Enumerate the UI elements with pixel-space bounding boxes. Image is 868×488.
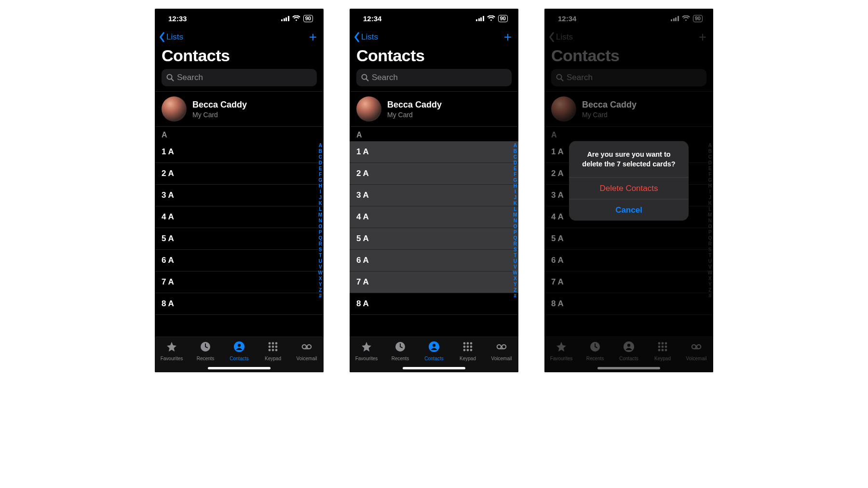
tab-favourites[interactable]: Favourites (351, 341, 382, 361)
contact-row[interactable]: 4 A (350, 206, 518, 228)
letter-index-item[interactable]: # (319, 293, 322, 299)
letter-index-item[interactable]: S (514, 247, 517, 253)
contact-row[interactable]: 7 A (155, 271, 324, 293)
letter-index-item[interactable]: L (514, 206, 516, 212)
my-card[interactable]: Becca Caddy My Card (155, 92, 324, 126)
letter-index-item[interactable]: O (318, 224, 322, 230)
back-button[interactable]: Lists (159, 32, 183, 42)
tab-voicemail[interactable]: Voicemail (486, 341, 517, 361)
letter-index-item[interactable]: V (319, 264, 322, 270)
letter-index-item[interactable]: F (319, 172, 322, 177)
letter-index-item[interactable]: G (513, 177, 517, 183)
letter-index-item[interactable]: S (319, 247, 322, 253)
phone-screen: 12:33 90 Lists +Contacts Search Becca Ca… (155, 9, 324, 372)
letter-index-item[interactable]: X (514, 276, 517, 282)
contact-row[interactable]: 5 A (350, 228, 518, 250)
contact-row[interactable]: 2 A (350, 163, 518, 185)
letter-index-item[interactable]: U (319, 258, 322, 264)
contact-row[interactable]: 6 A (350, 250, 518, 271)
tab-recents[interactable]: Recents (190, 341, 221, 361)
contact-row[interactable]: 8 A (155, 293, 324, 315)
letter-index[interactable]: ABCDEFGHIJKLMNOPQRSTUVWXYZ# (513, 143, 517, 299)
section-header: A (350, 127, 518, 141)
letter-index-item[interactable]: Q (513, 235, 517, 241)
status-right: 90 (476, 15, 508, 22)
letter-index-item[interactable]: D (514, 160, 517, 166)
letter-index-item[interactable]: T (514, 253, 516, 258)
letter-index-item[interactable]: V (514, 264, 517, 270)
letter-index-item[interactable]: K (514, 201, 517, 206)
letter-index-item[interactable]: L (319, 206, 322, 212)
tab-label: Contacts (230, 356, 248, 361)
letter-index-item[interactable]: B (319, 149, 322, 154)
letter-index-item[interactable]: K (319, 201, 322, 206)
letter-index-item[interactable]: A (514, 143, 517, 149)
letter-index-item[interactable]: Q (318, 235, 322, 241)
letter-index-item[interactable]: E (319, 166, 322, 172)
letter-index-item[interactable]: C (319, 154, 322, 160)
letter-index-item[interactable]: W (513, 270, 517, 276)
letter-index-item[interactable]: # (514, 293, 516, 299)
letter-index-item[interactable]: Y (319, 282, 322, 287)
star-icon (166, 341, 177, 354)
letter-index-item[interactable]: I (320, 189, 321, 195)
add-button[interactable]: + (309, 30, 317, 44)
tab-favourites[interactable]: Favourites (156, 341, 187, 361)
contact-row[interactable]: 4 A (155, 206, 324, 228)
letter-index-item[interactable]: R (514, 241, 517, 247)
letter-index-item[interactable]: M (513, 212, 517, 218)
tab-contacts[interactable]: Contacts (419, 341, 449, 361)
delete-contacts-button[interactable]: Delete Contacts (569, 178, 689, 200)
letter-index-item[interactable]: N (319, 218, 322, 224)
search-input[interactable]: Search (162, 69, 317, 86)
letter-index-item[interactable]: I (515, 189, 516, 195)
back-button[interactable]: Lists (353, 32, 378, 42)
contact-row[interactable]: 7 A (350, 271, 518, 293)
letter-index-item[interactable]: X (319, 276, 322, 282)
tab-keypad[interactable]: Keypad (258, 341, 288, 361)
letter-index-item[interactable]: R (319, 241, 322, 247)
letter-index-item[interactable]: O (513, 224, 517, 230)
letter-index-item[interactable]: H (319, 183, 322, 189)
contact-row[interactable]: 8 A (350, 293, 518, 315)
letter-index-item[interactable]: Z (514, 287, 516, 293)
letter-index-item[interactable]: U (514, 258, 517, 264)
letter-index-item[interactable]: J (319, 195, 322, 201)
contact-row[interactable]: 1 A (155, 141, 324, 163)
page-title: Contacts (350, 45, 518, 69)
add-button[interactable]: + (504, 30, 512, 44)
tab-voicemail[interactable]: Voicemail (291, 341, 322, 361)
my-card[interactable]: Becca Caddy My Card (350, 92, 518, 126)
contact-row[interactable]: 2 A (155, 163, 324, 185)
letter-index-item[interactable]: B (514, 149, 517, 154)
letter-index-item[interactable]: G (318, 177, 322, 183)
letter-index-item[interactable]: Y (514, 282, 517, 287)
letter-index-item[interactable]: C (514, 154, 517, 160)
letter-index-item[interactable]: E (514, 166, 517, 172)
contact-row[interactable]: 5 A (155, 228, 324, 250)
letter-index-item[interactable]: N (514, 218, 517, 224)
letter-index-item[interactable]: Z (319, 287, 322, 293)
letter-index-item[interactable]: P (319, 230, 322, 235)
contact-row[interactable]: 3 A (155, 185, 324, 206)
letter-index-item[interactable]: F (514, 172, 516, 177)
letter-index-item[interactable]: A (319, 143, 322, 149)
letter-index-item[interactable]: H (514, 183, 517, 189)
contact-row[interactable]: 6 A (155, 250, 324, 271)
letter-index-item[interactable]: M (318, 212, 322, 218)
page-title: Contacts (155, 45, 324, 69)
cancel-button[interactable]: Cancel (569, 200, 689, 221)
tab-keypad[interactable]: Keypad (452, 341, 483, 361)
contact-row[interactable]: 3 A (350, 185, 518, 206)
search-input[interactable]: Search (356, 69, 512, 86)
letter-index-item[interactable]: W (318, 270, 323, 276)
person-icon (233, 341, 245, 354)
letter-index-item[interactable]: D (319, 160, 322, 166)
letter-index-item[interactable]: J (514, 195, 516, 201)
tab-contacts[interactable]: Contacts (224, 341, 255, 361)
tab-recents[interactable]: Recents (385, 341, 416, 361)
contact-row[interactable]: 1 A (350, 141, 518, 163)
letter-index[interactable]: ABCDEFGHIJKLMNOPQRSTUVWXYZ# (318, 143, 323, 299)
letter-index-item[interactable]: T (319, 253, 322, 258)
letter-index-item[interactable]: P (514, 230, 517, 235)
